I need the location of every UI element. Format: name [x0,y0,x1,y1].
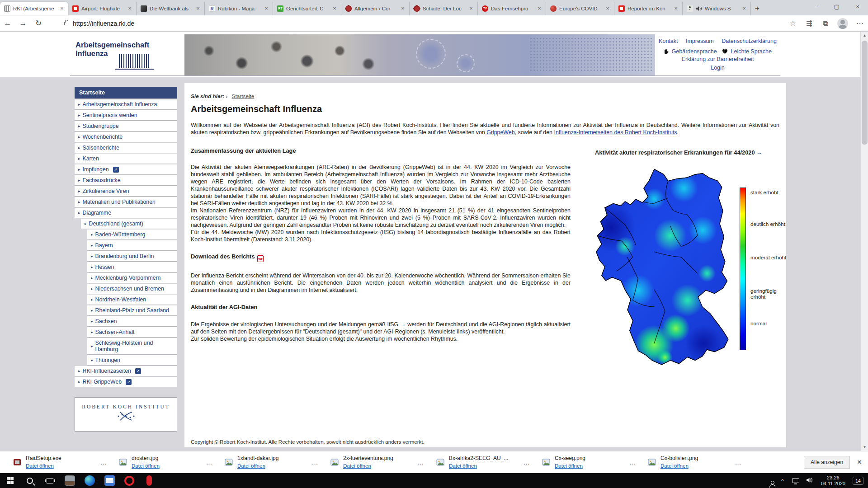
tab-rki[interactable]: RKI (Arbeitsgeme × [0,2,68,15]
tab-europes-covid[interactable]: Europe's COVID × [546,2,614,15]
taskbar-clock[interactable]: 23:26 04.11.2020 [817,475,849,487]
tab-close-icon[interactable]: × [467,5,475,12]
datei-oeffnen-link[interactable]: Datei öffnen [237,463,265,469]
favorite-star-icon[interactable]: ☆ [785,19,801,28]
sidebar-item-startseite[interactable]: Startseite [75,87,177,99]
leichte-sprache-link[interactable]: Leichte Sprache [731,48,772,55]
new-tab-button[interactable]: + [751,3,764,15]
profile-avatar[interactable] [837,18,848,29]
forward-button[interactable]: → [15,19,31,28]
browser-menu-icon[interactable]: ⋯ [852,19,868,28]
download-item[interactable]: RaidSetup.exeDatei öffnen [13,455,89,469]
datei-oeffnen-link[interactable]: Datei öffnen [555,463,583,469]
tab-close-icon[interactable]: × [331,5,338,12]
download-item-menu-icon[interactable]: … [89,459,118,466]
grippeweb-link[interactable]: GrippeWeb [486,129,514,136]
scrollbar-up-icon[interactable]: ▲ [861,32,868,39]
datei-oeffnen-link[interactable]: Datei öffnen [449,463,477,469]
influenza-internetseiten-link[interactable]: Influenza-Internetseiten des Robert Koch… [554,129,677,136]
tab-weltbank[interactable]: Die Weltbank als × [137,2,205,15]
download-item-menu-icon[interactable]: … [512,459,542,466]
rki-logo-box[interactable]: ROBERT KOCH INSTITUT [75,397,177,432]
tab-rubikon[interactable]: R Rubikon - Maga × [205,2,273,15]
sidebar-item-hessen[interactable]: ▸Hessen [87,262,177,272]
pdf-icon[interactable]: PDF [257,255,264,262]
scrollbar-thumb[interactable] [862,41,868,145]
tab-audio-speaker-icon[interactable] [696,6,702,11]
network-button[interactable] [790,477,802,485]
sidebar-item-zirkulierende-viren[interactable]: ▸Zirkulierende Viren [75,186,177,197]
url-field[interactable]: https://influenza.rki.de [73,20,785,27]
sidebar-item-rheinland-pfalz-saarland[interactable]: ▸Rheinland-Pfalz und Saarland [87,305,177,316]
gebaerdensprache-link[interactable]: Gebärdensprache [672,48,717,55]
alle-anzeigen-button[interactable]: Alle anzeigen [804,456,850,469]
sidebar-item-rki-influenzaseiten[interactable]: ▸RKI-Influenzaseiten↗ [75,366,177,376]
sidebar-item-arbeitsgemeinschaft[interactable]: ▸Arbeitsgemeinschaft Influenza [75,99,177,110]
sidebar-item-sachsen-anhalt[interactable]: ▸Sachsen-Anhalt [87,327,177,338]
sidebar-item-mecklenburg-vorpommern[interactable]: ▸Mecklenburg-Vorpommern [87,273,177,283]
map-link-arrow-icon[interactable]: → [756,149,762,156]
task-view-button[interactable] [40,473,60,488]
kontakt-link[interactable]: Kontakt [659,38,678,44]
volume-button[interactable] [804,477,816,485]
breadcrumb-startseite-link[interactable]: Startseite [232,93,255,99]
downloads-bar-close-icon[interactable]: × [857,458,862,467]
tab-close-icon[interactable]: × [58,5,66,12]
search-button[interactable] [20,473,40,488]
download-item[interactable]: drosten.jpgDatei öffnen [118,455,194,469]
minimize-button[interactable]: – [806,0,826,14]
barrierefreiheit-link[interactable]: Erklärung zur Barrierefreiheit [682,56,754,62]
sidebar-item-saisonberichte[interactable]: ▸Saisonberichte [75,143,177,153]
tab-close-icon[interactable]: × [741,5,748,12]
sidebar-item-rki-grippeweb[interactable]: ▸RKI-GrippeWeb↗ [75,377,177,387]
download-item[interactable]: 2x-fuerteventura.pngDatei öffnen [330,455,406,469]
sidebar-item-baden-wuerttemberg[interactable]: ▸Baden-Württemberg [87,230,177,240]
germany-activity-map[interactable] [573,162,735,374]
download-item[interactable]: 1xlandt-dakar.jpgDatei öffnen [224,455,300,469]
sidebar-item-bayern[interactable]: ▸Bayern [87,240,177,251]
page-scrollbar[interactable]: ▲ ▼ [860,32,868,451]
sidebar-item-sachsen[interactable]: ▸Sachsen [87,316,177,327]
sidebar-item-impfungen[interactable]: ▸Impfungen↗ [75,164,177,175]
download-item-menu-icon[interactable]: … [300,459,330,466]
opera-app-button[interactable] [119,473,139,488]
close-window-button[interactable]: × [847,0,868,14]
tab-fernsehprogramm[interactable]: TV Das Fernsehpro × [478,2,546,15]
restore-button[interactable]: ▢ [826,0,847,14]
download-item[interactable]: Gx-bolivien.pngDatei öffnen [647,455,723,469]
download-item-menu-icon[interactable]: … [194,459,224,466]
site-logo[interactable]: Arbeitsgemeinschaft Influenza [70,34,184,75]
tab-gerichtsurteil[interactable]: RT Gerichtsurteil: C × [273,2,341,15]
mail-app-button[interactable] [99,473,119,488]
tab-close-icon[interactable]: × [399,5,406,12]
refresh-button[interactable]: ↻ [31,19,46,28]
sidebar-item-deutschland-gesamt[interactable]: ▸Deutschland (gesamt) [81,219,177,229]
sidebar-item-sentinelpraxis[interactable]: ▸Sentinelpraxis werden [75,110,177,121]
datei-oeffnen-link[interactable]: Datei öffnen [132,463,160,469]
scrollbar-down-icon[interactable]: ▼ [861,443,868,451]
start-button[interactable] [0,473,20,488]
ifsg-arrow-icon[interactable]: → [400,321,406,328]
media-app-button[interactable] [139,473,159,488]
tab-allgemein[interactable]: Allgemein › Cor × [341,2,410,15]
datei-oeffnen-link[interactable]: Datei öffnen [660,463,689,469]
sidebar-item-nordrhein-westfalen[interactable]: ▸Nordrhein-Westfalen [87,295,177,305]
notification-center-badge[interactable]: 14 [853,477,863,485]
favorites-bar-icon[interactable]: ⇶ [801,19,817,28]
back-button[interactable]: ← [0,19,15,28]
datei-oeffnen-link[interactable]: Datei öffnen [343,463,371,469]
sidebar-item-schleswig-holstein-hamburg[interactable]: ▸Schleswig-Holstein und Hamburg [87,338,177,355]
tab-close-icon[interactable]: × [672,5,679,12]
datenschutz-link[interactable]: Datenschutzerklärung [722,38,777,44]
edge-app-button[interactable] [80,473,99,488]
sidebar-item-thueringen[interactable]: ▸Thüringen [87,355,177,366]
download-item-menu-icon[interactable]: … [406,459,436,466]
download-item[interactable]: Bx-afrika2-SEEG_AU_....jpgDatei öffnen [436,455,512,469]
tab-airport[interactable]: Airport: Flughafe × [68,2,137,15]
photo-app-button[interactable] [60,473,80,488]
tab-close-icon[interactable]: × [604,5,611,12]
tab-close-icon[interactable]: × [126,5,133,12]
sidebar-item-fachausdruecke[interactable]: ▸Fachausdrücke [75,175,177,186]
sidebar-item-karten[interactable]: ▸Karten [75,154,177,164]
download-item[interactable]: Cx-seeg.pngDatei öffnen [542,455,618,469]
